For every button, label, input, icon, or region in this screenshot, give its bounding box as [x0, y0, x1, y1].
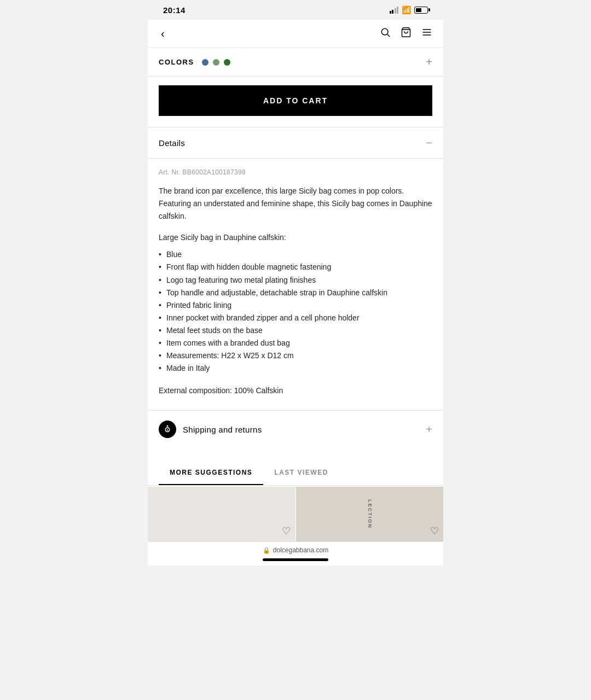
- shipping-section[interactable]: Shipping and returns +: [148, 410, 443, 448]
- bottom-tabs: MORE SUGGESTIONS LAST VIEWED: [148, 461, 443, 486]
- list-item: Metal feet studs on the base: [159, 324, 432, 337]
- colors-expand-icon[interactable]: +: [426, 56, 432, 68]
- home-indicator: [263, 558, 328, 561]
- bag-icon[interactable]: [401, 27, 412, 40]
- list-item: Made in Italy: [159, 362, 432, 375]
- svg-point-6: [167, 425, 169, 427]
- product-card-right: LECTION ♡: [296, 487, 443, 541]
- list-item: Printed fabric lining: [159, 299, 432, 312]
- tab-last-viewed[interactable]: LAST VIEWED: [263, 461, 339, 485]
- list-item: Front flap with hidden double magnetic f…: [159, 261, 432, 273]
- bottom-bar: 🔒 dolcegabbana.com: [148, 541, 443, 565]
- colors-label: COLORS: [159, 58, 194, 66]
- shipping-label: Shipping and returns: [183, 425, 262, 434]
- add-to-cart-section: ADD TO CART: [148, 77, 443, 125]
- list-item: Logo tag featuring two metal plating fin…: [159, 274, 432, 287]
- add-to-cart-button[interactable]: ADD TO CART: [159, 85, 432, 116]
- wifi-icon: 📶: [402, 5, 411, 14]
- url-text: dolcegabbana.com: [273, 546, 328, 554]
- color-dots: [202, 59, 230, 66]
- shipping-left: Shipping and returns: [159, 421, 262, 438]
- details-section: Details − Art. Nr. BB6002A100187398 The …: [148, 127, 443, 410]
- product-description: The brand icon par excellence, this larg…: [159, 185, 432, 223]
- product-cards: ♡ LECTION ♡: [148, 487, 443, 541]
- accessibility-icon: [159, 421, 176, 438]
- list-item: Inner pocket with branded zipper and a c…: [159, 312, 432, 324]
- search-icon[interactable]: [380, 27, 391, 40]
- list-item: Measurements: H22 x W25 x D12 cm: [159, 349, 432, 362]
- status-time: 20:14: [163, 5, 186, 15]
- list-item: Top handle and adjustable, detachable st…: [159, 287, 432, 299]
- list-item: Blue: [159, 248, 432, 261]
- wishlist-icon-right[interactable]: ♡: [430, 525, 439, 537]
- color-dot-2[interactable]: [213, 59, 219, 66]
- feature-list: Blue Front flap with hidden double magne…: [159, 248, 432, 375]
- art-number: Art. Nr. BB6002A100187398: [159, 168, 432, 176]
- tab-more-suggestions[interactable]: MORE SUGGESTIONS: [159, 461, 263, 485]
- composition-text: External composition: 100% Calfskin: [159, 384, 432, 397]
- color-dot-3[interactable]: [224, 59, 230, 66]
- product-card-left: ♡: [148, 487, 295, 541]
- features-title: Large Sicily bag in Dauphine calfskin:: [159, 231, 432, 244]
- details-header[interactable]: Details −: [148, 127, 443, 159]
- svg-line-1: [387, 34, 390, 37]
- color-dot-1[interactable]: [202, 59, 208, 66]
- list-item: Item comes with a branded dust bag: [159, 337, 432, 349]
- colors-section: COLORS +: [148, 48, 443, 77]
- url-bar: 🔒 dolcegabbana.com: [148, 546, 443, 554]
- colors-left: COLORS: [159, 58, 230, 66]
- status-bar: 20:14 📶: [148, 0, 443, 20]
- nav-bar: ‹: [148, 20, 443, 48]
- back-button[interactable]: ‹: [159, 25, 167, 42]
- menu-icon[interactable]: [421, 27, 432, 40]
- wishlist-icon-left[interactable]: ♡: [282, 525, 291, 537]
- lock-icon: 🔒: [263, 547, 270, 554]
- details-content: Art. Nr. BB6002A100187398 The brand icon…: [148, 159, 443, 410]
- status-icons: 📶: [390, 5, 428, 14]
- details-title: Details: [159, 138, 185, 148]
- svg-point-0: [381, 28, 388, 35]
- nav-icons: [380, 27, 432, 40]
- shipping-expand-icon[interactable]: +: [426, 423, 432, 436]
- details-collapse-icon[interactable]: −: [426, 137, 432, 148]
- signal-icon: [390, 6, 399, 14]
- collection-label: LECTION: [367, 500, 373, 529]
- battery-icon: [414, 7, 428, 14]
